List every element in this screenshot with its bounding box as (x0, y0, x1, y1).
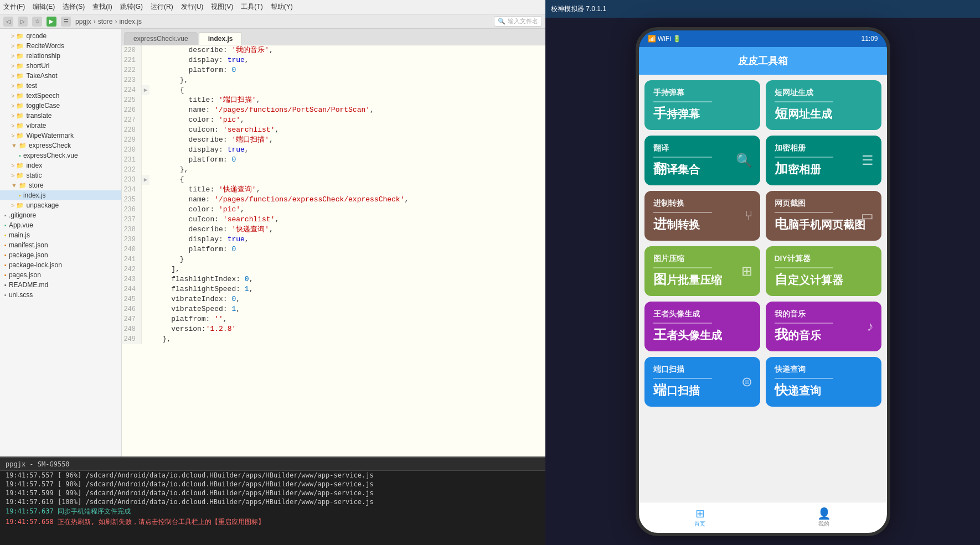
line-content: name: '/pages/functions/expressCheck/exp… (149, 195, 545, 205)
line-content: vibrateIndex: 0, (149, 294, 545, 304)
line-content: version:'1.2.8' (149, 324, 545, 334)
search-placeholder: 输入文件名 (508, 17, 538, 25)
menu-item[interactable]: 文件(F) (3, 2, 25, 12)
tree-item[interactable]: ▪index.js (0, 190, 121, 200)
menu-item[interactable]: 工具(T) (241, 2, 262, 12)
menu-item[interactable]: 跳转(G) (120, 2, 143, 12)
app-card[interactable]: 进制转换 ⑂ 进制转换 (644, 191, 760, 241)
tree-item[interactable]: > 📁textSpeech (0, 91, 121, 101)
app-card[interactable]: 王者头像生成 王者头像生成 (644, 302, 760, 351)
tree-item[interactable]: ▪package-lock.json (0, 260, 121, 270)
menu-item[interactable]: 选择(S) (63, 2, 85, 12)
phone-frame: 📶 WiFi 🔋 11:09 皮皮工具箱 手持弹幕 手持弹幕 短网址生成 短网址… (636, 27, 890, 536)
tree-item[interactable]: > 📁shortUrl (0, 61, 121, 71)
tree-item[interactable]: > 📁static (0, 170, 121, 180)
menu-item[interactable]: 视图(V) (211, 2, 233, 12)
card-bottom: 加密相册 (775, 154, 873, 178)
tree-item[interactable]: > 📁relationship (0, 51, 121, 61)
app-bottomnav[interactable]: ⊞ 首页 👤 我的 (639, 502, 887, 533)
tree-item[interactable]: ▪main.js (0, 230, 121, 240)
tree-item[interactable]: > 📁test (0, 81, 121, 91)
menu-item[interactable]: 发行(U) (181, 2, 204, 12)
line-number: 229 (122, 135, 142, 145)
menu-item[interactable]: 帮助(Y) (271, 2, 293, 12)
line-number: 240 (122, 245, 142, 255)
tree-item[interactable]: > 📁toggleCase (0, 101, 121, 111)
menu-item[interactable]: 查找(I) (92, 2, 112, 12)
line-content: title: '快递查询', (149, 185, 545, 195)
ide-menubar: 文件(F)编辑(E)选择(S)查找(I)跳转(G)运行(R)发行(U)视图(V)… (0, 0, 545, 14)
editor-tab[interactable]: index.js (199, 32, 243, 45)
tree-item[interactable]: ▼ 📁expressCheck (0, 141, 121, 150)
console-line: 19:41:57.619 [100%] /sdcard/Android/data… (0, 497, 545, 506)
line-content: vibrateSpeed: 1, (149, 304, 545, 314)
tree-item[interactable]: > 📁TakeAshot (0, 71, 121, 81)
file-search[interactable]: 🔍 输入文件名 (494, 16, 542, 27)
app-card[interactable]: 手持弹幕 手持弹幕 (644, 80, 760, 130)
back-button[interactable]: ◁ (3, 17, 13, 27)
app-card[interactable]: 网页截图 ▭ 电脑手机网页截图 (766, 191, 881, 241)
card-title-big: 自定义计算器 (775, 274, 843, 286)
app-card[interactable]: 我的音乐 ♪ 我的音乐 (766, 302, 881, 351)
menu-item[interactable]: 运行(R) (151, 2, 173, 12)
app-card[interactable]: 短网址生成 短网址生成 (766, 80, 881, 130)
card-icon: ⊜ (741, 374, 752, 390)
ide-body: > 📁qrcode> 📁ReciteWords> 📁relationship> … (0, 29, 545, 456)
tree-item[interactable]: > 📁qrcode (0, 31, 121, 41)
card-bottom: 进制转换 (653, 210, 751, 233)
tree-item[interactable]: ▪.gitignore (0, 210, 121, 220)
vue-icon: ▪ (4, 222, 7, 229)
code-line: 239 display: true, (122, 235, 545, 245)
file-tree[interactable]: > 📁qrcode> 📁ReciteWords> 📁relationship> … (0, 29, 122, 456)
app-card[interactable]: DIY计算器 自定义计算器 (766, 246, 881, 296)
folder-icon: > 📁 (11, 82, 24, 90)
tree-item-label: relationship (26, 52, 60, 60)
card-title-top: 王者头像生成 (653, 309, 751, 319)
tree-item[interactable]: > 📁WipeWatermark (0, 131, 121, 141)
tree-item[interactable]: > 📁unpackage (0, 200, 121, 210)
run-button[interactable]: ▶ (47, 17, 56, 27)
tree-item-label: App.vue (9, 221, 33, 229)
editor-tab[interactable]: expressCheck.vue (124, 32, 198, 45)
code-line: 233 ▶ { (122, 175, 545, 185)
line-number: 234 (122, 185, 142, 195)
app-card[interactable]: 翻译 🔍 翻译集合 (644, 136, 760, 185)
ide-panel: 文件(F)编辑(E)选择(S)查找(I)跳转(G)运行(R)发行(U)视图(V)… (0, 0, 545, 545)
tree-item[interactable]: ▪expressCheck.vue (0, 150, 121, 160)
tree-item[interactable]: ▪pages.json (0, 270, 121, 280)
tree-item[interactable]: > 📁index (0, 160, 121, 170)
bookmark-button[interactable]: ☆ (32, 17, 42, 27)
tree-item-label: WipeWatermark (26, 132, 74, 139)
app-card[interactable]: 图片压缩 ⊞ 图片批量压缩 (644, 246, 760, 296)
device-button[interactable]: ☰ (61, 17, 71, 27)
code-line: 226 name: '/pages/functions/PortScan/Por… (122, 105, 545, 115)
app-card[interactable]: 加密相册 ☰ 加密相册 (766, 136, 881, 185)
card-title-big: 图片批量压缩 (653, 274, 722, 286)
card-icon: ⑂ (745, 208, 752, 224)
tree-item[interactable]: ▪package.json (0, 250, 121, 260)
tree-item[interactable]: > 📁vibrate (0, 121, 121, 131)
app-content[interactable]: 手持弹幕 手持弹幕 短网址生成 短网址生成 翻译 🔍 翻译集合 加密相册 ☰ 加… (639, 75, 887, 502)
app-card[interactable]: 快递查询 快递查询 (766, 357, 881, 407)
tree-item-label: expressCheck (29, 142, 71, 149)
tree-item[interactable]: ▪App.vue (0, 220, 121, 230)
tree-item-label: shortUrl (26, 62, 49, 70)
forward-button[interactable]: ▷ (18, 17, 28, 27)
tree-item[interactable]: > 📁ReciteWords (0, 41, 121, 51)
tree-item[interactable]: ▪uni.scss (0, 290, 121, 300)
nav-item[interactable]: ⊞ 首页 (694, 507, 705, 528)
code-editor[interactable]: 220 describe: '我的音乐', 221 display: true,… (122, 45, 545, 456)
tree-item[interactable]: ▪README.md (0, 280, 121, 290)
code-line: 246 vibrateSpeed: 1, (122, 304, 545, 314)
line-number: 231 (122, 155, 142, 165)
card-divider (775, 267, 833, 268)
menu-item[interactable]: 编辑(E) (33, 2, 55, 12)
tree-item[interactable]: ▪manifest.json (0, 240, 121, 250)
app-card[interactable]: 端口扫描 ⊜ 端口扫描 (644, 357, 760, 407)
line-content: }, (149, 165, 545, 175)
tree-item[interactable]: > 📁translate (0, 111, 121, 121)
nav-item[interactable]: 👤 我的 (817, 507, 831, 528)
card-title-top: DIY计算器 (775, 254, 873, 264)
ide-title-bar: ◁ ▷ ☆ ▶ ☰ ppgjx › store › index.js 🔍 输入文… (0, 14, 545, 29)
tree-item[interactable]: ▼ 📁store (0, 180, 121, 190)
